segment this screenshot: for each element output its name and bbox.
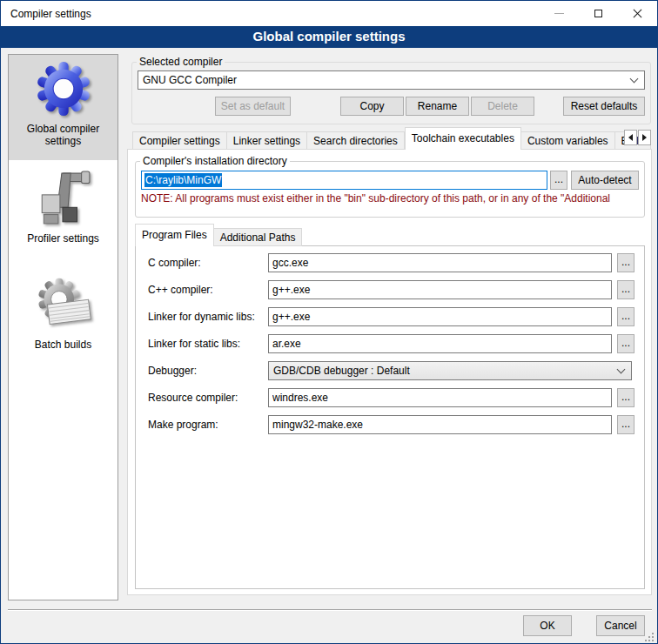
installation-directory-note: NOTE: All programs must exist either in … [141,192,639,205]
chevron-down-icon [630,75,639,84]
chevron-down-icon [617,366,626,374]
make-program-row: Make program: ... [136,415,644,434]
static-linker-label: Linker for static libs: [148,338,265,350]
ok-button[interactable]: OK [523,615,572,636]
selected-compiler-group-label: Selected compiler [137,56,225,68]
maximize-icon [594,10,602,17]
make-program-input[interactable] [268,415,612,434]
tab-linker-settings[interactable]: Linker settings [227,131,307,150]
reset-defaults-button[interactable]: Reset defaults [563,97,645,116]
tab-additional-paths[interactable]: Additional Paths [214,228,303,246]
auto-detect-button[interactable]: Auto-detect [571,171,639,190]
tab-compiler-settings[interactable]: Compiler settings [132,131,227,150]
static-linker-row: Linker for static libs: ... [136,334,644,353]
installation-directory-value: C:\raylib\MinGW [144,173,222,187]
debugger-label: Debugger: [148,365,265,377]
tab-custom-variables[interactable]: Custom variables [521,131,615,150]
compiler-select[interactable]: GNU GCC Compiler [138,70,645,90]
cpp-compiler-input[interactable] [268,280,612,299]
sidebar-item-label: Batch builds [31,339,95,351]
tab-search-directories[interactable]: Search directories [307,131,405,150]
copy-button[interactable]: Copy [340,97,404,116]
sidebar-item-global-compiler-settings[interactable]: Global compiler settings [9,55,118,160]
c-compiler-row: C compiler: ... [136,253,644,272]
cancel-button[interactable]: Cancel [596,615,645,636]
debugger-select-value: GDB/CDB debugger : Default [273,365,618,377]
static-linker-browse-button[interactable]: ... [617,334,634,353]
minimize-button[interactable] [540,1,579,26]
selected-compiler-group: Selected compiler GNU GCC Compiler Set a… [131,56,651,124]
cpp-compiler-label: C++ compiler: [148,284,265,296]
debugger-row: Debugger: GDB/CDB debugger : Default [136,361,644,380]
dynamic-linker-row: Linker for dynamic libs: ... [136,307,644,326]
make-program-browse-button[interactable]: ... [617,415,634,434]
rename-button[interactable]: Rename [406,97,469,116]
dynamic-linker-input[interactable] [268,307,612,326]
sidebar-item-batch-builds[interactable]: Batch builds [9,271,118,351]
installation-directory-group-label: Compiler's installation directory [140,155,290,167]
footer-divider [8,609,652,611]
compiler-settings-dialog: Compiler settings Global compiler settin… [0,0,658,644]
title-bar: Compiler settings [1,1,657,26]
resize-grip[interactable] [643,631,655,643]
tab-scroll-right-icon [642,134,647,141]
compiler-select-value: GNU GCC Compiler [143,74,631,86]
toolchain-executables-page: Compiler's installation directory C:\ray… [127,149,652,595]
close-button[interactable] [618,1,657,26]
c-compiler-label: C compiler: [148,257,265,269]
c-compiler-browse-button[interactable]: ... [617,253,634,272]
debugger-select[interactable]: GDB/CDB debugger : Default [268,361,632,380]
dynamic-linker-browse-button[interactable]: ... [617,307,634,326]
programs-tab-bar: Program Files Additional Paths [135,224,645,246]
cpp-compiler-row: C++ compiler: ... [136,280,644,299]
maximize-button[interactable] [579,1,618,26]
c-compiler-input[interactable] [268,253,612,272]
make-program-label: Make program: [148,419,265,431]
resource-compiler-row: Resource compiler: ... [136,388,644,407]
page-title: Global compiler settings [1,26,657,48]
program-files-panel: C compiler: ... C++ compiler: ... Linker… [135,245,645,589]
resource-compiler-label: Resource compiler: [148,392,265,404]
sidebar-item-label: Global compiler settings [9,123,118,147]
tab-scroll-left-button[interactable] [624,130,637,145]
installation-directory-input[interactable]: C:\raylib\MinGW [141,171,547,190]
tab-toolchain-executables[interactable]: Toolchain executables [405,127,521,150]
set-as-default-button[interactable]: Set as default [215,97,291,116]
blue-gear-icon [35,60,92,117]
window-title: Compiler settings [1,8,91,20]
cpp-compiler-browse-button[interactable]: ... [617,280,634,299]
static-linker-input[interactable] [268,334,612,353]
resource-compiler-input[interactable] [268,388,612,407]
installation-directory-browse-button[interactable]: ... [550,171,567,190]
tab-scroll-left-icon [628,134,633,141]
tab-scroll-right-button[interactable] [638,130,651,145]
settings-category-list: Global compiler settings Profiler settin… [8,54,118,600]
dynamic-linker-label: Linker for dynamic libs: [148,311,265,323]
close-icon [632,8,643,19]
resource-compiler-browse-button[interactable]: ... [617,388,634,407]
caliper-icon [35,170,92,227]
tab-program-files[interactable]: Program Files [135,224,214,246]
delete-button[interactable]: Delete [471,97,534,116]
installation-directory-group: Compiler's installation directory C:\ray… [135,155,645,218]
minimize-icon [554,13,564,14]
settings-tab-bar: Compiler settings Linker settings Search… [132,127,651,150]
sidebar-item-profiler-settings[interactable]: Profiler settings [9,164,118,245]
sidebar-item-label: Profiler settings [24,232,103,245]
gray-gear-stack-icon [35,276,92,333]
